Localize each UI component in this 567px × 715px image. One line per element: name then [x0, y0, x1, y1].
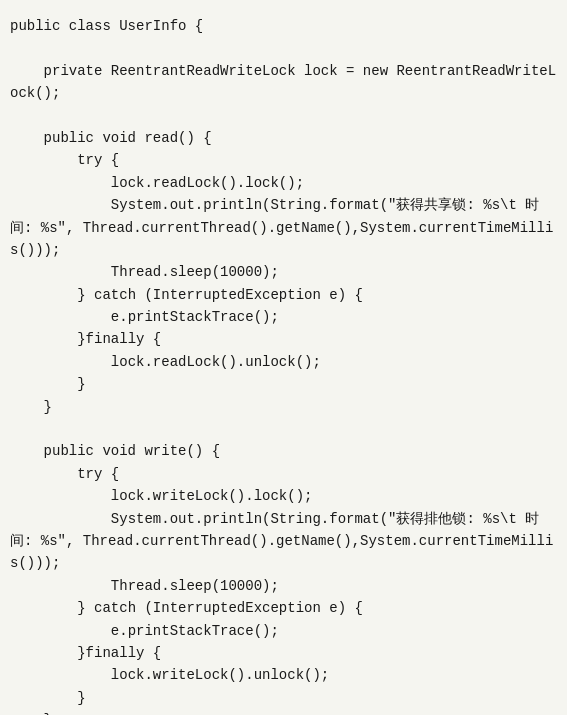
- code-content: public class UserInfo { private Reentran…: [10, 10, 557, 715]
